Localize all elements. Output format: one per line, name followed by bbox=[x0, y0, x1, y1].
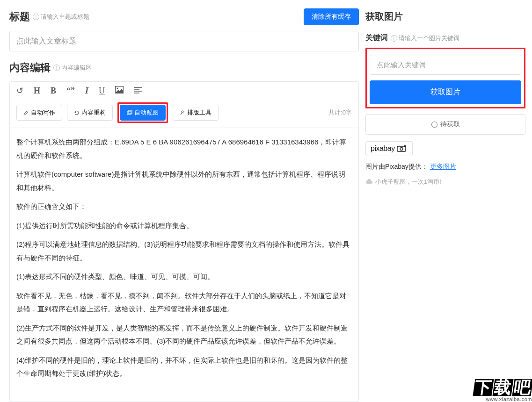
info-icon: ! bbox=[33, 14, 39, 20]
info-icon: ! bbox=[391, 35, 397, 42]
rebuild-button[interactable]: 内容重构 bbox=[67, 105, 113, 121]
get-image-button[interactable]: 获取图片 bbox=[370, 80, 521, 104]
underline-icon[interactable]: U bbox=[99, 86, 105, 96]
content-paragraph: 软件的正确含义如下： bbox=[16, 200, 352, 214]
content-paragraph: (4)维护不同的硬件是旧的，理论上软件是旧的，并不坏，但实际上软件也是旧的和坏的… bbox=[16, 354, 352, 380]
layers-icon bbox=[127, 110, 132, 115]
word-count: 共计:0字 bbox=[328, 108, 352, 117]
pencil-icon bbox=[23, 110, 29, 115]
align-icon[interactable] bbox=[134, 86, 142, 96]
image-icon[interactable] bbox=[115, 86, 124, 96]
content-paragraph: (2)程序可以满意地处理信息的数据结构。(3)说明程序功能要求和程序需要的文档的… bbox=[16, 238, 352, 265]
keyword-highlight-box: 获取图片 bbox=[365, 48, 525, 108]
svg-rect-7 bbox=[128, 110, 132, 114]
svg-rect-10 bbox=[404, 145, 406, 147]
article-title-input[interactable] bbox=[9, 31, 359, 51]
refresh-icon bbox=[74, 110, 80, 115]
credit-row: 图片由Pixabay提供： 更多图片 bbox=[365, 163, 525, 171]
pending-status: 待获取 bbox=[365, 114, 525, 135]
editor-card: ↺ H B “” I U 自动写作 bbox=[9, 81, 359, 402]
content-paragraph: 计算机软件(computer software)是指计算机系统中除硬件以外的所有… bbox=[16, 168, 352, 194]
content-paragraph: (1)表达形式不同的硬件类型、颜色、味道、可见、可摸、可闻。 bbox=[16, 270, 352, 284]
auto-image-highlight: 自动配图 bbox=[117, 102, 168, 123]
svg-point-9 bbox=[400, 148, 403, 151]
content-paragraph: 软件看不见，无色，枯燥，看不见，摸不到，闻不到。软件大部分存在于人们的头脑或纸上… bbox=[16, 289, 352, 316]
keyword-hint: ! 请输入一个图片关键词 bbox=[391, 34, 459, 43]
more-images-link[interactable]: 更多图片 bbox=[430, 163, 456, 170]
undo-icon[interactable]: ↺ bbox=[16, 86, 23, 96]
italic-icon[interactable]: I bbox=[85, 86, 88, 96]
title-hint: ! 请输入主题或标题 bbox=[33, 13, 89, 21]
sidebar-title: 获取图片 bbox=[365, 10, 525, 23]
pixabay-tag[interactable]: pixabay bbox=[365, 141, 413, 156]
content-body[interactable]: 整个计算机系统由两部分组成：E.69DA 5 E 6 BA 9062616964… bbox=[10, 128, 358, 402]
keyword-input[interactable] bbox=[370, 55, 521, 75]
auto-write-button[interactable]: 自动写作 bbox=[16, 105, 62, 121]
heading-icon[interactable]: H bbox=[34, 86, 40, 96]
content-paragraph: (1)提供运行时所需功能和性能的命令或计算机程序集合。 bbox=[16, 219, 352, 233]
content-header: 内容编辑 ! 内容编辑区 bbox=[9, 61, 359, 75]
content-label: 内容编辑 bbox=[9, 61, 51, 75]
content-paragraph: 整个计算机系统由两部分组成：E.69DA 5 E 6 BA 9062616964… bbox=[16, 136, 352, 162]
bold-icon[interactable]: B bbox=[51, 86, 56, 96]
title-label: 标题 bbox=[9, 10, 30, 24]
clear-cache-button[interactable]: 清除所有缓存 bbox=[304, 8, 359, 25]
svg-point-1 bbox=[117, 87, 118, 89]
svg-rect-8 bbox=[397, 146, 406, 151]
format-toolbar: ↺ H B “” I U bbox=[10, 82, 358, 100]
cloud-icon bbox=[365, 179, 373, 185]
watermark: 下 载 吧 www.xiazaiba.com bbox=[474, 379, 532, 402]
action-toolbar: 自动写作 内容重构 自动配图 排版工具 共计:0字 bbox=[10, 100, 358, 128]
layout-tool-button[interactable]: 排版工具 bbox=[173, 105, 219, 121]
title-header: 标题 ! 请输入主题或标题 清除所有缓存 bbox=[9, 8, 359, 25]
svg-rect-6 bbox=[127, 111, 131, 115]
sidebar: 获取图片 关键词 ! 请输入一个图片关键词 获取图片 待获取 pixabay 图… bbox=[365, 0, 532, 402]
note-row: 小虎子配图，一次1淘币! bbox=[365, 178, 525, 186]
tool-icon bbox=[180, 110, 185, 115]
content-paragraph: (2)生产方式不同的软件是开发，是人类智能的高发挥，而不是传统意义上的硬件制造。… bbox=[16, 322, 352, 348]
quote-icon[interactable]: “” bbox=[66, 86, 75, 96]
auto-image-button[interactable]: 自动配图 bbox=[120, 105, 166, 121]
camera-icon bbox=[397, 145, 408, 152]
info-icon: ! bbox=[53, 65, 60, 71]
keyword-label: 关键词 bbox=[365, 33, 388, 43]
content-hint: ! 内容编辑区 bbox=[53, 64, 92, 72]
circle-icon bbox=[431, 122, 437, 128]
